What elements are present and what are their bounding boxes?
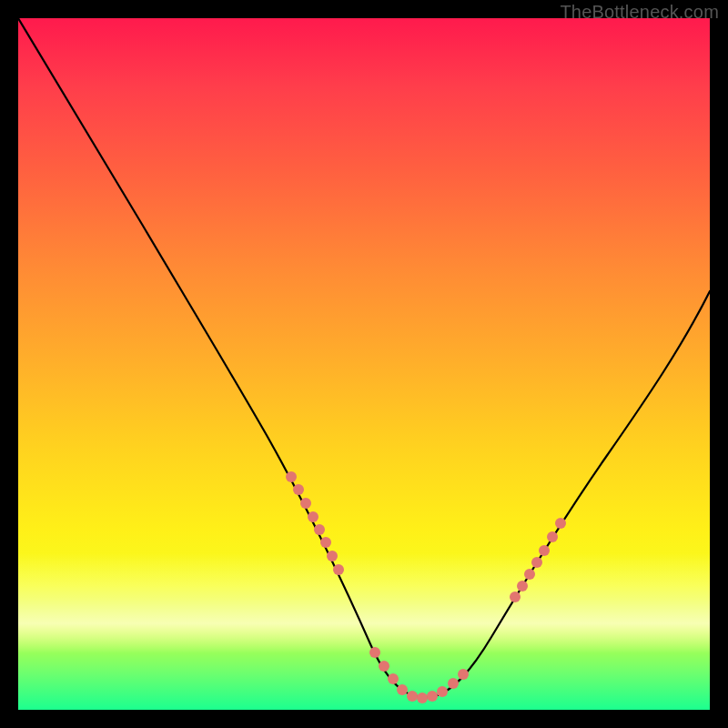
watermark-text: TheBottleneck.com [560,2,719,23]
svg-point-0 [286,471,297,482]
svg-point-13 [417,693,428,703]
marker-cluster-left [286,471,344,575]
curve-layer [18,18,710,710]
svg-point-20 [524,569,535,580]
chart-frame: TheBottleneck.com [0,0,728,728]
svg-point-23 [547,531,558,542]
svg-point-19 [517,581,528,592]
svg-point-15 [437,686,448,697]
svg-point-22 [539,545,550,556]
svg-point-7 [333,564,344,575]
svg-point-5 [320,537,331,548]
svg-point-11 [397,684,408,695]
svg-point-2 [300,498,311,509]
svg-point-4 [314,524,325,535]
marker-cluster-valley [369,647,469,703]
plot-area [18,18,710,710]
svg-point-9 [379,661,389,672]
svg-point-3 [308,511,318,522]
svg-point-18 [510,592,521,602]
svg-point-21 [531,557,542,568]
svg-point-8 [369,647,380,658]
svg-point-16 [448,678,459,689]
svg-point-24 [555,518,566,529]
svg-point-6 [327,551,338,561]
svg-point-1 [293,484,304,495]
bottleneck-curve-path [18,18,710,697]
svg-point-12 [407,691,418,702]
svg-point-14 [427,691,438,702]
svg-point-10 [388,673,399,684]
svg-point-17 [458,669,469,680]
